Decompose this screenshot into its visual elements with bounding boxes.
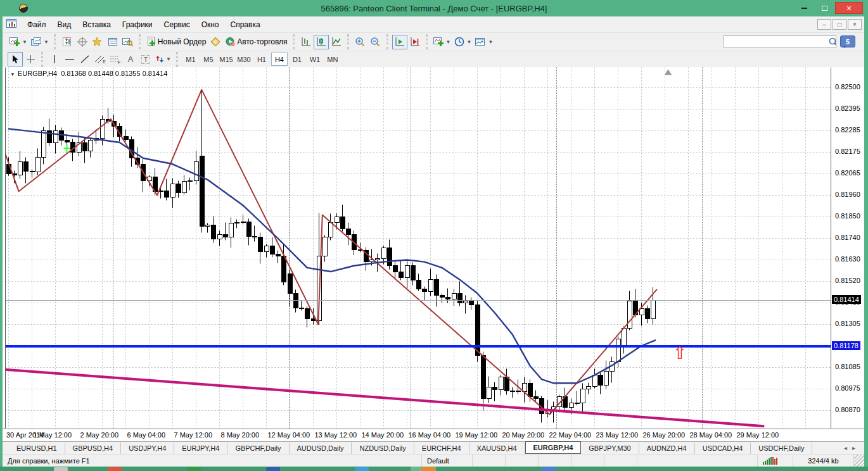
menu-item-Сервис[interactable]: Сервис xyxy=(158,18,196,31)
line-chart-mode-button[interactable] xyxy=(329,35,344,49)
timeframe-D1[interactable]: D1 xyxy=(289,53,305,66)
timeframe-W1[interactable]: W1 xyxy=(307,53,323,66)
new-chart-button[interactable]: ▼ xyxy=(8,35,29,49)
taskbar-app-icon[interactable] xyxy=(108,467,122,471)
menu-item-Окно[interactable]: Окно xyxy=(196,18,225,31)
up-arrow-annotation[interactable]: ⇧ xyxy=(673,345,687,362)
periods-button[interactable]: ▼ xyxy=(452,35,473,49)
data-window-button[interactable] xyxy=(75,35,90,49)
date-axis-label: 12 May 04:00 xyxy=(268,431,310,439)
equidistant-channel-tool-button[interactable]: E xyxy=(93,52,108,66)
timeframe-MN[interactable]: MN xyxy=(324,53,341,66)
status-profile[interactable]: Default xyxy=(422,455,473,467)
auto-trading-button[interactable]: Авто-торговля xyxy=(223,35,289,49)
price-axis-label: 0.81960 xyxy=(835,191,860,198)
chart-symbol-title[interactable]: ▼EURGBP,H4 0.81368 0.81448 0.81355 0.814… xyxy=(10,70,167,77)
chart-tab-GBPJPY,M30[interactable]: GBPJPY,M30 xyxy=(581,443,639,454)
timeframe-M30[interactable]: M30 xyxy=(236,53,252,66)
crosshair-tool-button[interactable] xyxy=(23,52,38,66)
chart-tab-AUDNZD,H4[interactable]: AUDNZD,H4 xyxy=(639,443,695,454)
status-cell-empty xyxy=(637,455,758,467)
tab-scroll-left[interactable]: ◂ xyxy=(844,444,847,451)
search-icon[interactable] xyxy=(827,37,836,47)
mdi-restore-button[interactable]: □ xyxy=(833,19,846,30)
cursor-tool-button[interactable] xyxy=(8,52,23,66)
date-axis[interactable]: 30 Apr 20141 May 12:002 May 20:006 May 0… xyxy=(3,429,864,441)
maximize-button[interactable] xyxy=(815,2,834,14)
timeframe-M5[interactable]: M5 xyxy=(200,53,217,66)
new-order-button[interactable]: Новый Ордер xyxy=(144,35,208,49)
navigator-button[interactable] xyxy=(90,35,105,49)
chart-document-icon[interactable] xyxy=(6,19,16,30)
menu-item-Файл[interactable]: Файл xyxy=(22,18,52,31)
taskbar-app-icon[interactable] xyxy=(266,467,280,471)
chart-tab-EURJPY,H4[interactable]: EURJPY,H4 xyxy=(174,443,227,454)
date-axis-label: 19 May 12:00 xyxy=(456,431,498,439)
chart-tab-NZDUSD,Daily[interactable]: NZDUSD,Daily xyxy=(352,443,414,454)
market-watch-button[interactable] xyxy=(60,35,75,49)
timeframe-M1[interactable]: M1 xyxy=(182,53,199,66)
taskbar-app-icon[interactable] xyxy=(187,467,201,471)
svg-text:F: F xyxy=(118,60,120,64)
tab-scroll-right[interactable]: ▸ xyxy=(852,444,855,451)
search-input[interactable] xyxy=(724,37,827,47)
templates-button[interactable]: ▼ xyxy=(473,35,495,49)
price-axis-label: 0.82500 xyxy=(835,83,860,91)
chart-tab-EURGBP,H4[interactable]: EURGBP,H4 xyxy=(525,441,582,454)
text-tool-button[interactable]: A xyxy=(123,52,138,66)
chart-tab-AUDUSD,Daily[interactable]: AUDUSD,Daily xyxy=(290,443,352,454)
arrows-tool-button[interactable]: ▼ xyxy=(153,52,173,66)
menu-item-Вид[interactable]: Вид xyxy=(52,18,77,31)
timeframe-H4[interactable]: H4 xyxy=(271,53,288,66)
minimize-button[interactable] xyxy=(795,2,814,14)
taskbar-app-icon[interactable] xyxy=(542,467,556,471)
date-axis-label: 26 May 20:00 xyxy=(643,431,686,439)
notifications-badge[interactable]: 5 xyxy=(840,35,855,47)
horizontal-line-tool-button[interactable] xyxy=(62,52,77,66)
chart-shift-button[interactable] xyxy=(407,35,423,49)
taskbar-app-icon[interactable] xyxy=(355,467,369,471)
indicators-button[interactable]: ▼ xyxy=(431,35,453,49)
windows-taskbar-strip[interactable] xyxy=(0,467,868,471)
resize-grip[interactable] xyxy=(854,455,864,467)
chart-tab-EURCHF,H4[interactable]: EURCHF,H4 xyxy=(414,443,469,454)
chart-tab-EURUSD,H1[interactable]: EURUSD,H1 xyxy=(9,443,65,454)
candlestick-mode-button[interactable] xyxy=(314,35,329,49)
menu-item-Вставка[interactable]: Вставка xyxy=(77,18,117,31)
chart-tab-GBPCHF,Daily[interactable]: GBPCHF,Daily xyxy=(227,443,289,454)
chart-tab-XAUUSD,H4[interactable]: XAUUSD,H4 xyxy=(469,443,525,454)
vertical-line-tool-button[interactable] xyxy=(47,52,62,66)
chevron-down-icon: ▼ xyxy=(446,39,451,45)
profiles-button[interactable]: ▼ xyxy=(29,35,51,49)
bar-chart-mode-button[interactable] xyxy=(298,35,314,49)
zoom-in-button[interactable] xyxy=(353,35,368,49)
price-axis-label: 0.81850 xyxy=(835,212,860,220)
timeframe-H1[interactable]: H1 xyxy=(253,53,270,66)
trend-line-tool-button[interactable] xyxy=(77,52,93,66)
mdi-minimize-button[interactable]: – xyxy=(817,19,831,30)
chart-canvas[interactable] xyxy=(5,67,831,429)
zoom-out-button[interactable] xyxy=(368,35,383,49)
mdi-close-button[interactable]: × xyxy=(848,19,862,30)
menu-items: ФайлВидВставкаГрафикиСервисОкноСправка xyxy=(22,18,266,31)
chart-tab-USDJPY,H4[interactable]: USDJPY,H4 xyxy=(121,443,174,454)
text-label-tool-button[interactable]: T xyxy=(138,52,153,66)
collapse-triangle-icon[interactable]: ▼ xyxy=(10,72,15,77)
chart-tab-USDCAD,H4[interactable]: USDCAD,H4 xyxy=(695,443,751,454)
chart-tab-USDCHF,Daily[interactable]: USDCHF,Daily xyxy=(751,443,812,454)
auto-scroll-button[interactable] xyxy=(392,35,407,49)
timeframe-M15[interactable]: M15 xyxy=(218,53,234,66)
chart-tab-GBPUSD,H4[interactable]: GBPUSD,H4 xyxy=(65,443,122,454)
menu-item-Справка[interactable]: Справка xyxy=(225,18,266,31)
metaeditor-button[interactable] xyxy=(208,35,223,49)
strategy-tester-button[interactable] xyxy=(120,35,136,49)
menu-item-Графики[interactable]: Графики xyxy=(117,18,158,31)
taskbar-app-icon[interactable] xyxy=(421,467,435,471)
title-bar[interactable]: 565896: Panteon Client Terminal - Демо С… xyxy=(0,0,868,16)
price-axis[interactable]: 0.825000.823950.822850.821750.820650.819… xyxy=(831,67,864,442)
close-button[interactable]: × xyxy=(835,2,863,14)
terminal-button[interactable] xyxy=(105,35,120,49)
taskbar-app-icon[interactable] xyxy=(54,467,68,471)
fibonacci-tool-button[interactable]: F xyxy=(108,52,123,66)
date-axis-label: 23 May 12:00 xyxy=(596,431,639,439)
